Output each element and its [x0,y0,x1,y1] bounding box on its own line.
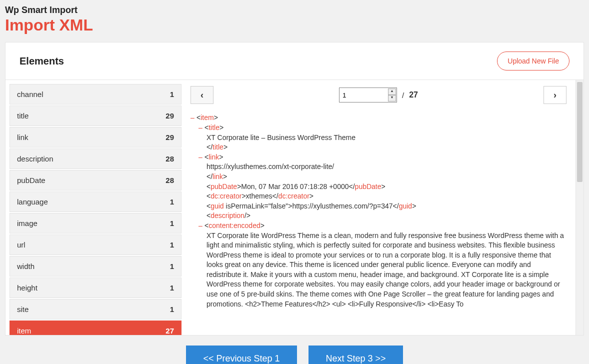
collapse-toggle-icon[interactable]: – [198,123,204,133]
pager: ‹ ▲ ▼ / 27 › [190,86,566,104]
page-title: Import XML [5,16,584,34]
element-name: pubDate [17,176,46,184]
element-name: description [17,154,54,163]
element-name: image [17,219,38,228]
app-title: Wp Smart Import [5,5,584,16]
element-count: 28 [166,154,174,163]
element-name: width [17,262,34,270]
element-count: 1 [170,198,174,206]
element-name: url [17,240,26,249]
element-count: 27 [166,326,174,335]
element-name: item [17,326,31,335]
element-count: 1 [170,90,174,98]
element-count: 1 [170,240,174,249]
next-step-button[interactable]: Next Step 3 >> [308,346,402,364]
element-row-site[interactable]: site1 [10,299,182,320]
spinner-down-button[interactable]: ▼ [388,95,396,102]
element-count: 1 [170,305,174,314]
chevron-left-icon: ‹ [200,90,204,100]
element-name: channel [17,90,44,98]
element-row-link[interactable]: link29 [10,127,182,148]
element-count: 1 [170,262,174,270]
element-count: 1 [170,284,174,292]
element-count: 1 [170,219,174,228]
element-count: 28 [166,176,174,184]
xml-viewer: ‹ ▲ ▼ / 27 › – <item>– [182,80,584,335]
xml-tree: – <item>– <title>XT Corporate lite – Bus… [190,113,566,330]
element-count: 29 [166,112,174,120]
element-row-url[interactable]: url1 [10,234,182,255]
element-count: 29 [166,133,174,142]
element-row-description[interactable]: description28 [10,148,182,169]
scrollbar-thumb[interactable] [577,82,582,182]
panel-title: Elements [20,56,64,67]
pager-next-button[interactable]: › [544,86,566,104]
spinner-up-button[interactable]: ▲ [388,88,396,95]
element-row-title[interactable]: title29 [10,106,182,126]
collapse-toggle-icon[interactable]: – [198,152,204,162]
previous-step-button[interactable]: << Previous Step 1 [186,346,296,364]
elements-list: channel1title29link29description28pubDat… [6,80,182,335]
element-row-item[interactable]: item27 [10,320,182,335]
element-row-height[interactable]: height1 [10,278,182,298]
pager-prev-button[interactable]: ‹ [190,86,214,104]
collapse-toggle-icon[interactable]: – [190,113,196,123]
pager-total: 27 [409,90,418,100]
upload-new-file-button[interactable]: Upload New File [497,52,570,70]
collapse-toggle-icon[interactable]: – [198,221,204,231]
element-row-pubDate[interactable]: pubDate28 [10,170,182,190]
element-name: language [17,198,48,206]
element-row-width[interactable]: width1 [10,256,182,276]
chevron-right-icon: › [554,90,556,100]
viewer-scrollbar[interactable] [576,80,584,335]
pager-separator: / [402,91,404,100]
element-row-channel[interactable]: channel1 [10,84,182,104]
element-name: height [17,284,38,292]
element-name: site [17,305,28,314]
element-row-language[interactable]: language1 [10,192,182,212]
element-name: title [17,112,28,120]
element-row-image[interactable]: image1 [10,213,182,234]
element-name: link [17,133,28,142]
main-panel: Elements Upload New File channel1title29… [5,42,584,336]
